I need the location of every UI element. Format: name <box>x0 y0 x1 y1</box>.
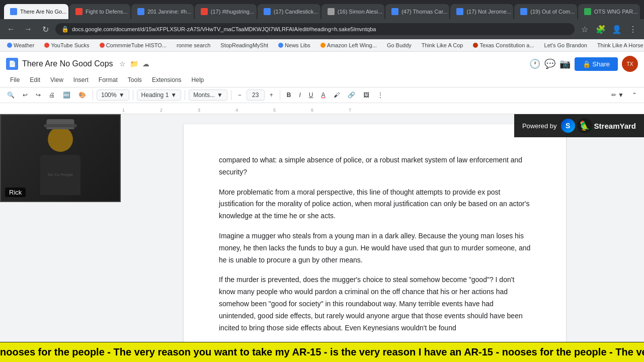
underline-btn[interactable]: U <box>306 90 316 100</box>
menu-help[interactable]: Help <box>188 75 208 85</box>
address-bar[interactable]: 🔒 docs.google.com/document/d/15wXFPLXSUR… <box>55 23 575 35</box>
redo-btn[interactable]: ↪ <box>33 90 44 100</box>
menu-view[interactable]: View <box>46 75 67 85</box>
heading-style-label: Heading 1 <box>141 92 169 99</box>
highlight-btn[interactable]: 🖌 <box>331 90 343 100</box>
tab-6[interactable]: (16) Simon Alesi... ✕ <box>321 4 384 19</box>
link-btn[interactable]: 🔗 <box>345 90 358 100</box>
bookmark-ronme[interactable]: ronme search <box>174 41 213 49</box>
bookmark-stop[interactable]: StopReadingMySht <box>217 41 271 49</box>
image-btn[interactable]: 🖼 <box>360 90 372 100</box>
tab-3[interactable]: 201 Jannine: #h... ✕ <box>131 4 194 19</box>
text-color-btn[interactable]: A <box>318 90 329 100</box>
tab-favicon-9 <box>520 8 527 15</box>
tab-9[interactable]: (19) Out of Com... ✕ <box>514 4 577 19</box>
menu-file[interactable]: File <box>6 75 24 85</box>
tab-4[interactable]: (17) #thugstring... ✕ <box>195 4 257 19</box>
search-format-btn[interactable]: 🔍 <box>4 90 18 100</box>
tab-8[interactable]: (17) Not Jerome... ✕ <box>450 4 513 19</box>
tab-favicon-2 <box>75 8 83 15</box>
print-btn[interactable]: 🖨 <box>46 90 58 100</box>
menu-extensions[interactable]: Extensions <box>148 75 186 85</box>
streamyard-logo-area: S 🦜 StreamYard <box>561 118 636 133</box>
font-dropdown[interactable]: Monts... ▼ <box>189 89 227 101</box>
docs-page[interactable]: compared to what: a simple absence of po… <box>184 124 566 342</box>
bookmark-newslibs[interactable]: News Libs <box>275 41 313 49</box>
tab-10[interactable]: OTS WNG PAR... ✕ <box>578 4 640 19</box>
bookmark-commie[interactable]: CommmieTube HISTO... <box>97 41 170 49</box>
docs-title-row: 📄 There Are No Good Cops ☆ 📁 ☁ 🕐 💬 📷 🔒 S… <box>6 56 638 72</box>
editing-mode-btn[interactable]: ✏ ▼ <box>608 90 627 100</box>
tab-favicon-3 <box>137 8 144 15</box>
italic-btn[interactable]: I <box>296 90 303 100</box>
tab-favicon-10 <box>584 8 591 15</box>
bookmarks-bar: Weather YouTube Sucks CommmieTube HISTO.… <box>0 39 644 52</box>
tab-favicon <box>10 8 17 15</box>
tabs-bar: There Are No Go... ✕ Fight to Defens... … <box>0 0 644 19</box>
back-button[interactable]: ← <box>4 22 18 36</box>
tab-favicon-4 <box>201 8 208 15</box>
tab-favicon-7 <box>391 8 398 15</box>
bookmark-dot-3 <box>100 43 105 48</box>
bookmark-dot-7 <box>320 43 326 48</box>
more-format-btn[interactable]: ⋮ <box>374 90 386 100</box>
bookmark-label-9: Think Like A Cop <box>422 42 463 48</box>
menu-edit[interactable]: Edit <box>26 75 44 85</box>
bookmark-youtube[interactable]: YouTube Sucks <box>41 41 92 49</box>
paint-btn[interactable]: 🎨 <box>75 90 89 100</box>
bookmarks-icon[interactable]: ☆ <box>578 22 592 36</box>
bookmark-weather[interactable]: Weather <box>4 41 37 49</box>
bookmark-texas[interactable]: Texas Constitution a... <box>470 41 537 49</box>
bookmark-label: Weather <box>14 42 34 48</box>
bookmark-gobuddy[interactable]: Go Buddy <box>384 41 415 49</box>
tab-label-6: (16) Simon Alesi... <box>338 9 382 15</box>
heading-style-dropdown[interactable]: Heading 1 ▼ <box>137 89 182 101</box>
tab-2[interactable]: Fight to Defens... ✕ <box>69 4 130 19</box>
profile-icon[interactable]: 👤 <box>610 22 624 36</box>
bookmark-brandon[interactable]: Let's Go Brandon <box>541 41 590 49</box>
docs-menu-bar: File Edit View Insert Format Tools Exten… <box>6 75 638 85</box>
tab-5[interactable]: (17) Candlestick... ✕ <box>258 4 320 19</box>
bold-btn[interactable]: B <box>284 90 294 100</box>
extensions-icon[interactable]: 🧩 <box>594 22 608 36</box>
folder-icon[interactable]: 📁 <box>130 60 138 68</box>
paragraph-3: Imagine a mugger who steals from a young… <box>219 230 531 266</box>
menu-format[interactable]: Format <box>95 75 122 85</box>
menu-tools[interactable]: Tools <box>124 75 146 85</box>
ruler: 1 2 3 4 5 6 7 <box>0 103 644 114</box>
forward-button[interactable]: → <box>21 22 35 36</box>
lock-icon: 🔒 <box>61 26 69 33</box>
docs-content-area: De Cu People Rick ☰ compared to what: a … <box>0 114 644 342</box>
docs-scroll-area[interactable]: compared to what: a simple absence of po… <box>101 114 629 342</box>
collapse-btn[interactable]: ⌃ <box>629 90 640 100</box>
bookmark-horse[interactable]: Think Like A Horse <box>594 41 644 49</box>
tab-7[interactable]: (47) Thomas Car... ✕ <box>385 4 449 19</box>
font-size-display[interactable]: 23 <box>247 89 265 101</box>
clock-icon[interactable]: 🕐 <box>529 58 540 69</box>
zoom-dropdown[interactable]: 100% ▼ <box>97 89 129 101</box>
browser-actions: ☆ 🧩 👤 ⋮ <box>578 22 640 36</box>
ruler-marks: 1 2 3 4 5 6 7 <box>4 103 640 114</box>
cloud-icon[interactable]: ☁ <box>142 60 149 68</box>
ticker-text-span: nooses for the people - The very reason … <box>0 346 644 357</box>
font-size-increase-btn[interactable]: + <box>267 90 276 100</box>
font-size-label: 23 <box>252 92 259 99</box>
undo-btn[interactable]: ↩ <box>20 90 31 100</box>
news-ticker: nooses for the people - The very reason … <box>0 342 644 362</box>
menu-insert[interactable]: Insert <box>69 75 93 85</box>
bookmark-amazon[interactable]: Amazon Left Wing... <box>317 41 380 49</box>
refresh-button[interactable]: ↻ <box>38 22 52 36</box>
spell-btn[interactable]: 🔤 <box>60 90 73 100</box>
tab-active[interactable]: There Are No Go... ✕ <box>4 4 68 19</box>
bookmark-cop[interactable]: Think Like A Cop <box>419 41 466 49</box>
bookmark-label-11: Let's Go Brandon <box>544 42 587 48</box>
video-icon[interactable]: 📷 <box>559 58 571 69</box>
ruler-mark-3: 3 <box>180 108 218 113</box>
comment-icon[interactable]: 💬 <box>544 58 555 69</box>
tab-label: There Are No Go... <box>20 9 66 15</box>
menu-icon[interactable]: ⋮ <box>626 22 640 36</box>
star-icon[interactable]: ☆ <box>119 60 126 68</box>
share-button[interactable]: 🔒 Share <box>575 57 618 71</box>
texas-flag-icon: TX <box>622 56 638 72</box>
font-size-decrease-btn[interactable]: − <box>235 90 245 100</box>
